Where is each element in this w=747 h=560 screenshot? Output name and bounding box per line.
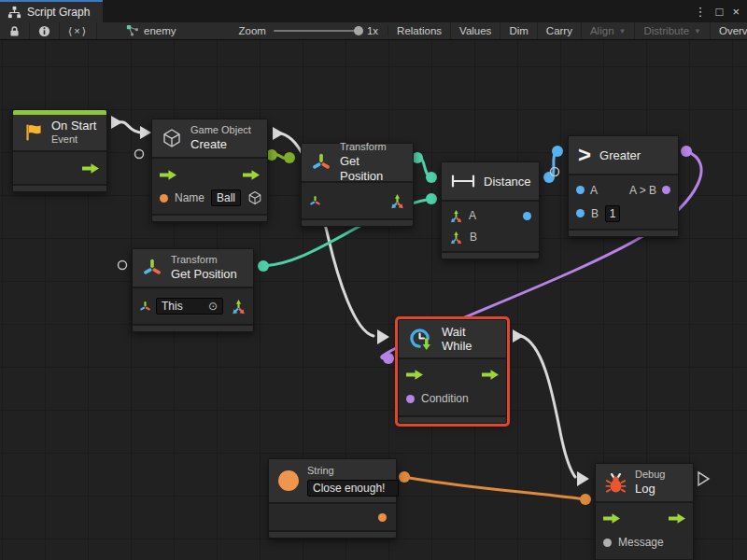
unconnected-port-indicator	[135, 150, 144, 159]
name-value-field[interactable]: Ball	[211, 189, 241, 206]
flow-in-port[interactable]	[603, 513, 620, 524]
node-category: Transform	[171, 254, 237, 267]
gameobject-output-port[interactable]	[247, 190, 262, 205]
node-create[interactable]: Game Object Create Name Ball	[151, 119, 268, 222]
wire-string-to-message[interactable]	[399, 471, 591, 505]
node-header: Distance	[442, 162, 539, 200]
vector-input-port[interactable]	[449, 209, 463, 223]
port-label: B	[470, 231, 477, 244]
transform-input-port[interactable]	[139, 301, 151, 313]
carry-button[interactable]: Carry	[538, 22, 582, 39]
port-label: A > B	[629, 184, 656, 197]
node-title: On Start	[51, 119, 96, 133]
node-debug-log[interactable]: Debug Log Message	[595, 463, 694, 560]
node-header: Transform Get Position	[302, 144, 413, 181]
a-input-port[interactable]	[576, 186, 585, 194]
node-greater[interactable]: > Greater A A > B B 1	[568, 135, 679, 237]
vector-output-port[interactable]	[389, 193, 405, 209]
values-button[interactable]: Values	[451, 22, 500, 39]
message-input-port[interactable]	[603, 539, 612, 547]
wire-onstart-to-create[interactable]	[111, 116, 151, 139]
lock-icon	[8, 25, 21, 37]
window-menu-icon[interactable]: ⋮	[695, 5, 707, 19]
lock-button[interactable]	[0, 22, 30, 39]
node-footer	[269, 530, 396, 538]
port-label: Name	[175, 191, 204, 204]
node-title: Wait While	[442, 325, 497, 353]
tab-script-graph[interactable]: Script Graph	[0, 0, 103, 22]
unconnected-port-indicator	[119, 261, 127, 270]
flow-out-port[interactable]	[82, 163, 99, 174]
node-category: Game Object	[190, 124, 251, 137]
inspect-button[interactable]	[30, 22, 60, 39]
tab-title: Script Graph	[27, 6, 90, 19]
cube-icon	[162, 128, 182, 148]
node-footer	[133, 324, 253, 331]
graph-hierarchy-icon	[7, 6, 21, 20]
transform-input-port[interactable]	[309, 195, 321, 207]
string-icon	[278, 470, 299, 491]
wait-clock-icon	[408, 327, 433, 352]
node-title: Create	[190, 137, 251, 152]
node-category: Debug	[635, 469, 665, 482]
distance-icon	[451, 175, 475, 188]
node-get-position-this[interactable]: Transform Get Position This ⊙	[132, 248, 254, 332]
distance-output-port[interactable]	[523, 212, 531, 220]
port-label: B	[591, 207, 599, 220]
code-preview-button[interactable]: ⟨×⟩	[60, 22, 97, 39]
wire-waitwhile-to-log[interactable]	[513, 329, 589, 486]
align-dropdown[interactable]: Align ▼	[582, 22, 636, 39]
flow-out-port[interactable]	[482, 370, 499, 380]
transform-icon	[142, 258, 162, 278]
port-label: A	[469, 209, 476, 222]
wire-create-gameobject-output[interactable]	[266, 149, 295, 163]
zoom-slider-handle[interactable]	[354, 26, 363, 35]
flow-in-port[interactable]	[160, 170, 176, 180]
node-wait-while[interactable]: Wait While Condition	[398, 319, 507, 424]
wire-getposition-to-distance-a[interactable]	[412, 152, 437, 183]
node-header: Game Object Create	[152, 119, 267, 157]
b-value-field[interactable]: 1	[605, 205, 620, 222]
port-label: A	[590, 184, 598, 197]
node-category: String	[307, 465, 399, 478]
flow-in-port[interactable]	[406, 370, 423, 380]
wire-distance-to-greater-a[interactable]	[543, 146, 563, 183]
code-icon: ⟨×⟩	[68, 25, 88, 37]
toolbar-middle-group: enemy Zoom 1x	[118, 22, 388, 39]
chevron-down-icon: ▼	[694, 27, 701, 35]
b-input-port[interactable]	[576, 209, 585, 217]
node-distance[interactable]: Distance A B	[441, 161, 540, 259]
vector-input-port[interactable]	[449, 231, 463, 245]
graph-canvas[interactable]: On Start Event Game Object Create	[0, 40, 747, 560]
name-input-port[interactable]	[160, 194, 168, 203]
maximize-icon[interactable]: □	[716, 5, 724, 19]
relations-button[interactable]: Relations	[388, 22, 451, 39]
distribute-dropdown[interactable]: Distribute ▼	[635, 22, 711, 39]
port-label: Condition	[421, 392, 469, 405]
zoom-slider[interactable]	[274, 30, 359, 32]
zoom-control: Zoom 1x	[239, 25, 389, 36]
node-on-start[interactable]: On Start Event	[12, 109, 107, 192]
string-output-port[interactable]	[378, 513, 387, 522]
node-category: Transform	[340, 141, 403, 154]
close-icon[interactable]: ×	[732, 5, 740, 19]
condition-input-port[interactable]	[406, 395, 415, 403]
node-get-position[interactable]: Transform Get Position	[301, 143, 414, 227]
overview-button[interactable]: Overview	[711, 22, 747, 39]
string-value-field[interactable]: Close enough!	[307, 480, 399, 497]
object-picker-icon[interactable]: ⊙	[208, 299, 218, 314]
bug-icon	[605, 472, 627, 494]
script-graph-window: Script Graph ⋮ □ × ⟨×⟩ enemy	[0, 0, 747, 560]
result-output-port[interactable]	[662, 186, 670, 194]
transform-icon	[311, 152, 331, 173]
flow-out-port[interactable]	[243, 170, 260, 180]
target-field[interactable]: This ⊙	[156, 298, 223, 315]
node-string-literal[interactable]: String Close enough!	[268, 458, 397, 539]
vector-output-port[interactable]	[231, 299, 247, 315]
node-header: On Start Event	[13, 115, 106, 150]
node-title: Get Position	[171, 267, 237, 282]
node-header: Debug Log	[596, 464, 693, 501]
dim-button[interactable]: Dim	[500, 22, 537, 39]
graph-breadcrumb[interactable]: enemy	[118, 24, 185, 37]
flow-out-port[interactable]	[669, 513, 685, 524]
